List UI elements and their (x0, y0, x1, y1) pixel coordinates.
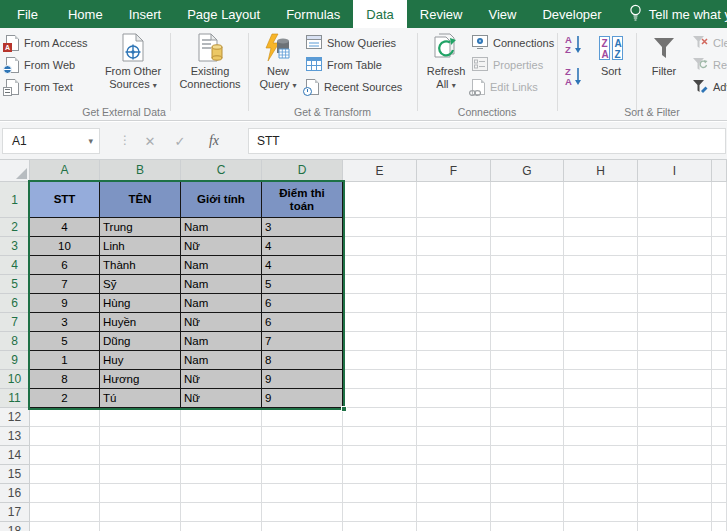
cell-A2[interactable]: 4 (30, 218, 100, 237)
cell-C11[interactable]: Nữ (181, 389, 262, 408)
from-access-button[interactable]: A From Access (6, 33, 88, 53)
cell-D3[interactable]: 4 (262, 237, 343, 256)
column-header-I[interactable]: I (638, 160, 712, 182)
cell-E5[interactable] (343, 275, 417, 294)
cell-B1[interactable]: TÊN (100, 182, 181, 218)
tab-data[interactable]: Data (353, 0, 406, 28)
sort-button[interactable]: ZAAZ Sort (589, 31, 633, 103)
cell-H5[interactable] (564, 275, 638, 294)
cell-B4[interactable]: Thành (100, 256, 181, 275)
cell-I6[interactable] (638, 294, 712, 313)
recent-sources-button[interactable]: Recent Sources (306, 77, 402, 97)
cell-B6[interactable]: Hùng (100, 294, 181, 313)
cell-A17[interactable] (30, 503, 100, 522)
cell-G11[interactable] (491, 389, 564, 408)
cell-A18[interactable] (30, 522, 100, 531)
cell-F14[interactable] (417, 446, 491, 465)
cell-G9[interactable] (491, 351, 564, 370)
from-text-button[interactable]: From Text (6, 77, 73, 97)
cell-F7[interactable] (417, 313, 491, 332)
cell-C6[interactable]: Nam (181, 294, 262, 313)
cell-F5[interactable] (417, 275, 491, 294)
cell-J3[interactable] (712, 237, 727, 256)
cell-H6[interactable] (564, 294, 638, 313)
tab-formulas[interactable]: Formulas (273, 0, 353, 28)
cell-E14[interactable] (343, 446, 417, 465)
cell-G7[interactable] (491, 313, 564, 332)
cell-G10[interactable] (491, 370, 564, 389)
cell-C14[interactable] (181, 446, 262, 465)
from-other-sources-button[interactable]: From Other Sources ▾ (101, 31, 165, 103)
tell-me-search[interactable]: Tell me what you (629, 0, 727, 28)
cell-F15[interactable] (417, 465, 491, 484)
cell-D12[interactable] (262, 408, 343, 427)
cell-D14[interactable] (262, 446, 343, 465)
cell-J14[interactable] (712, 446, 727, 465)
cell-G6[interactable] (491, 294, 564, 313)
cell-C16[interactable] (181, 484, 262, 503)
name-box[interactable]: A1 ▾ (2, 128, 100, 154)
cell-B11[interactable]: Tú (100, 389, 181, 408)
cell-D7[interactable]: 6 (262, 313, 343, 332)
formula-input[interactable]: STT (248, 128, 726, 154)
reapply-filter-button[interactable]: Reapply (692, 55, 727, 75)
cell-I11[interactable] (638, 389, 712, 408)
cell-J4[interactable] (712, 256, 727, 275)
cell-C1[interactable]: Giới tính (181, 182, 262, 218)
cell-F12[interactable] (417, 408, 491, 427)
cell-A1[interactable]: STT (30, 182, 100, 218)
cell-A3[interactable]: 10 (30, 237, 100, 256)
cell-A7[interactable]: 3 (30, 313, 100, 332)
cell-I7[interactable] (638, 313, 712, 332)
cell-H10[interactable] (564, 370, 638, 389)
cell-J5[interactable] (712, 275, 727, 294)
cell-F17[interactable] (417, 503, 491, 522)
cell-J12[interactable] (712, 408, 727, 427)
cell-F8[interactable] (417, 332, 491, 351)
connections-button[interactable]: Connections (472, 33, 554, 53)
cell-B13[interactable] (100, 427, 181, 446)
cell-I10[interactable] (638, 370, 712, 389)
cell-F6[interactable] (417, 294, 491, 313)
cell-F18[interactable] (417, 522, 491, 531)
cell-B15[interactable] (100, 465, 181, 484)
cell-J1[interactable] (712, 182, 727, 218)
cell-B3[interactable]: Linh (100, 237, 181, 256)
cell-E1[interactable] (343, 182, 417, 218)
cell-D1[interactable]: Điểm thi toán (262, 182, 343, 218)
tab-file[interactable]: File (0, 0, 55, 28)
cell-A5[interactable]: 7 (30, 275, 100, 294)
cell-F1[interactable] (417, 182, 491, 218)
row-header-6[interactable]: 6 (0, 294, 30, 313)
row-header-3[interactable]: 3 (0, 237, 30, 256)
existing-connections-button[interactable]: Existing Connections (175, 31, 245, 103)
column-header-F[interactable]: F (417, 160, 491, 182)
enter-button[interactable]: ✓ (168, 130, 192, 152)
row-header-13[interactable]: 13 (0, 427, 30, 446)
cell-I9[interactable] (638, 351, 712, 370)
cell-D13[interactable] (262, 427, 343, 446)
cell-H14[interactable] (564, 446, 638, 465)
cell-H18[interactable] (564, 522, 638, 531)
cell-C3[interactable]: Nữ (181, 237, 262, 256)
cell-G13[interactable] (491, 427, 564, 446)
cell-J7[interactable] (712, 313, 727, 332)
formula-bar-grip[interactable]: ⋮ (119, 133, 132, 147)
cell-I17[interactable] (638, 503, 712, 522)
cell-C7[interactable]: Nữ (181, 313, 262, 332)
cell-J17[interactable] (712, 503, 727, 522)
cell-B14[interactable] (100, 446, 181, 465)
cell-C8[interactable]: Nam (181, 332, 262, 351)
tab-review[interactable]: Review (407, 0, 476, 28)
tab-developer[interactable]: Developer (529, 0, 614, 28)
cell-G17[interactable] (491, 503, 564, 522)
cell-D5[interactable]: 5 (262, 275, 343, 294)
cell-J16[interactable] (712, 484, 727, 503)
cell-F13[interactable] (417, 427, 491, 446)
cell-H11[interactable] (564, 389, 638, 408)
cell-D10[interactable]: 9 (262, 370, 343, 389)
row-header-7[interactable]: 7 (0, 313, 30, 332)
cell-D16[interactable] (262, 484, 343, 503)
cell-E6[interactable] (343, 294, 417, 313)
column-header-B[interactable]: B (100, 160, 181, 182)
